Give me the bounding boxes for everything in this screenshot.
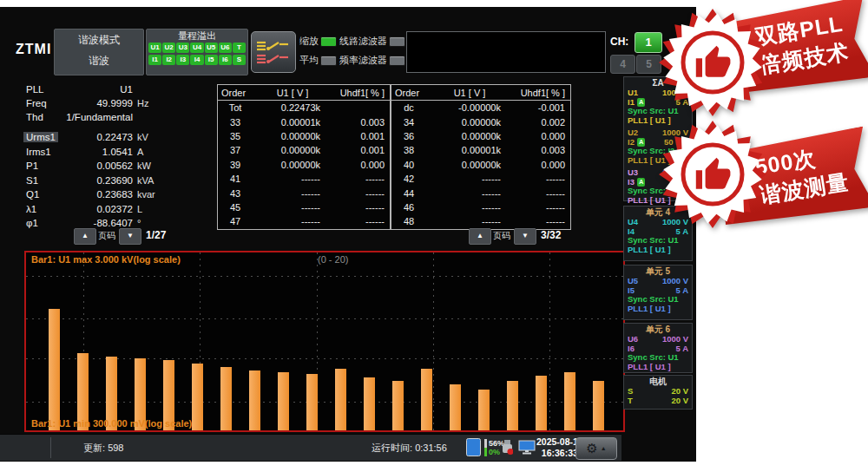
page-up-button-left[interactable]: ▲ xyxy=(74,228,96,245)
gridline-vertical xyxy=(549,252,550,430)
table-row: 45------------ xyxy=(218,200,390,214)
cell-uhdf1: 0.000 xyxy=(510,160,570,170)
cell-uhdf1: ------ xyxy=(329,202,390,213)
page-down-button-right[interactable]: ▼ xyxy=(514,228,536,245)
page-label-right: 页码 xyxy=(493,228,510,243)
sync-source-line: Sync Src: U1 xyxy=(624,295,692,305)
value-number: 0.23690 xyxy=(43,175,133,186)
table-row: 400.00000k0.000 xyxy=(391,158,570,172)
sidebar-group-5: 电机S20 VT20 V xyxy=(623,375,693,410)
voltage-range: 1000 V xyxy=(662,335,688,344)
col-uhdf1: Uhdf1[ % ] xyxy=(510,88,570,98)
cell-u1: 0.00000k xyxy=(426,131,510,141)
voltage-label: U5 xyxy=(628,277,638,286)
chart-min-label: Bar1: U1 min 300.000 mV(log scale) xyxy=(31,418,192,429)
info-row-Thd: Thd1/Fundamental xyxy=(0,112,200,126)
brand-logo: ZTMI xyxy=(16,42,59,61)
cell-order: 43 xyxy=(218,188,253,199)
cell-u1: ------ xyxy=(253,216,329,226)
gridline-vertical xyxy=(433,252,434,430)
mode-box[interactable]: 谐波模式 谐波 xyxy=(54,29,144,75)
cell-uhdf1: ------ xyxy=(510,202,570,213)
page-value-left: 1/27 xyxy=(146,228,166,243)
cell-uhdf1: 0.001 xyxy=(329,131,390,141)
line-filter-led xyxy=(389,36,405,47)
thumbs-up-starburst-icon xyxy=(655,8,770,117)
info-value: U1 xyxy=(43,84,133,95)
harmonic-bar-chart: Bar1: U1 max 3.000 kV(log scale) (0 - 20… xyxy=(24,251,625,432)
value-number: -88.6407 xyxy=(43,218,133,228)
info-row-Freq: Freq49.9999Hz xyxy=(0,98,200,112)
page: ZTMI 谐波模式 谐波 量程溢出 U1U2U3U4U5U6T I1I2I3I4… xyxy=(0,0,868,472)
info-value: 49.9999 xyxy=(43,98,133,108)
harmonic-bar-18 xyxy=(536,376,547,430)
channel-4-button[interactable]: 4 xyxy=(610,55,635,74)
cell-u1: 0.00000k xyxy=(253,131,329,141)
value-unit: kW xyxy=(137,161,151,171)
toggle-label-zoom: 缩放 xyxy=(299,35,319,47)
cell-order: 38 xyxy=(391,145,426,155)
value-unit: kV xyxy=(137,132,148,142)
cell-u1: ------ xyxy=(253,174,329,184)
voltage-line: U51000 V xyxy=(624,277,692,286)
range-overflow-title: 量程溢出 xyxy=(147,30,247,42)
value-number: 0.23683 xyxy=(43,189,133,200)
overflow-indicator-I6: I6 xyxy=(219,55,232,65)
caret-up-icon: ▲ xyxy=(601,445,607,451)
cell-order: 46 xyxy=(391,202,426,213)
harmonic-bar-7 xyxy=(220,367,232,430)
info-label: Thd xyxy=(26,112,43,122)
page-down-button-left[interactable]: ▼ xyxy=(119,228,141,245)
table-row: 47------------ xyxy=(218,214,390,228)
harmonic-bar-14 xyxy=(421,369,432,430)
sidebar-group-4: 单元 6U61000 VI65 ASync Src: U1PLL1 [ U1 ] xyxy=(623,323,693,373)
cell-uhdf1: 0.001 xyxy=(329,145,390,155)
value-unit: ° xyxy=(137,218,141,228)
table-row: 350.00000k0.001 xyxy=(218,129,390,143)
value-row-Irms1: Irms11.0541A xyxy=(0,147,200,161)
value-row-Urms1: Urms10.22473kV xyxy=(0,132,200,147)
cell-u1: ------ xyxy=(426,216,510,226)
cell-u1: 0.00001k xyxy=(253,117,329,128)
harmonic-bar-8 xyxy=(249,370,260,430)
table-row: 340.00000k0.002 xyxy=(391,115,570,128)
cell-order: 37 xyxy=(218,145,253,155)
overflow-indicator-I2: I2 xyxy=(162,55,175,65)
promo-badge-dual-pll: 双路PLL 倍频技术 xyxy=(655,2,868,116)
table-row: 390.00000k0.000 xyxy=(218,158,390,172)
value-number: 0.22473 xyxy=(43,132,133,142)
value-unit: A xyxy=(137,147,143,157)
wiring-settings-button[interactable] xyxy=(251,31,296,73)
harmonic-bar-6 xyxy=(192,364,203,430)
pll-line: PLL1 [ U1 ] xyxy=(624,363,692,372)
chart-range-label: (0 - 20) xyxy=(318,254,348,265)
element-entry-U5: U51000 VI55 ASync Src: U1PLL1 [ U1 ] xyxy=(624,277,692,313)
cell-u1: 0.00000k xyxy=(426,160,510,170)
value-unit: L xyxy=(137,204,142,214)
table-row: 360.00000k0.000 xyxy=(391,129,570,143)
cell-uhdf1: 0.000 xyxy=(510,131,570,141)
channel-label: CH: xyxy=(610,36,628,48)
settings-gear-button[interactable]: ⚙▲ xyxy=(575,437,617,460)
table-header: Order U1 [ V ] Uhdf1[ % ] xyxy=(218,85,390,101)
overflow-indicator-I4: I4 xyxy=(190,55,203,65)
freq-filter-led xyxy=(389,56,405,66)
overflow-indicator-T: T xyxy=(233,43,246,53)
col-order: Order xyxy=(391,88,430,98)
promo-badge-500-harmonics: 500次 谐波测量 xyxy=(655,118,868,233)
cell-order: 44 xyxy=(391,188,426,199)
value-unit: kvar xyxy=(137,189,155,200)
table-row: 44------------ xyxy=(391,186,570,200)
page-up-button-right[interactable]: ▲ xyxy=(469,228,491,245)
divider xyxy=(50,437,51,458)
cell-order: 40 xyxy=(391,160,426,170)
harmonic-bar-17 xyxy=(507,381,518,430)
value-row-λ1: λ10.02372L xyxy=(0,204,200,219)
table-row: 43------------ xyxy=(218,186,390,200)
cell-uhdf1: 0.002 xyxy=(510,117,570,128)
voltage-label: U2 xyxy=(628,128,638,138)
cell-uhdf1: ------ xyxy=(329,188,390,199)
sidebar-group-3: 单元 5U51000 VI55 ASync Src: U1PLL1 [ U1 ] xyxy=(623,265,693,320)
motor-range: 20 V xyxy=(671,387,688,397)
gridline-horizontal xyxy=(26,318,623,319)
